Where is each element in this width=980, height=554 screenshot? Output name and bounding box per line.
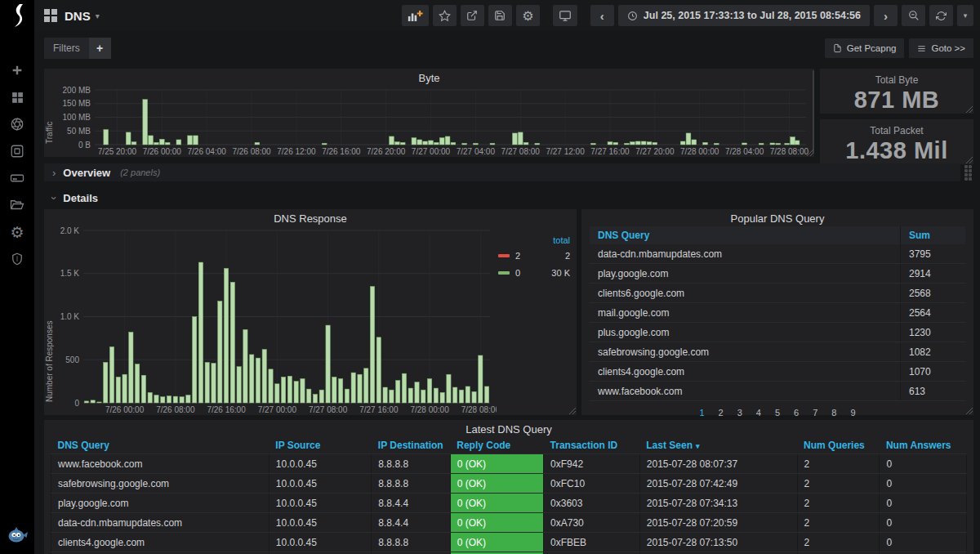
page-number[interactable]: 9 bbox=[850, 408, 855, 418]
tv-mode-button[interactable] bbox=[553, 5, 577, 26]
svg-text:7/26 08:00: 7/26 08:00 bbox=[156, 405, 195, 414]
popular-dns-title[interactable]: Popular DNS Query bbox=[581, 209, 973, 226]
zoom-out-button[interactable] bbox=[902, 5, 925, 26]
stat-title[interactable]: Total Packet bbox=[820, 119, 973, 136]
popular-column-header[interactable]: DNS Query bbox=[590, 226, 900, 244]
storage-icon[interactable] bbox=[9, 170, 25, 186]
shark-avatar-icon bbox=[7, 526, 28, 544]
page-number[interactable]: 2 bbox=[719, 408, 724, 418]
legend-total-header[interactable]: total bbox=[498, 235, 572, 245]
page-number[interactable]: 1 bbox=[699, 408, 704, 418]
page-number[interactable]: 5 bbox=[775, 408, 780, 418]
table-cell: 3795 bbox=[900, 244, 965, 263]
svg-text:7/26 12:00: 7/26 12:00 bbox=[277, 147, 316, 156]
table-row: mail.google.com2564 bbox=[590, 303, 965, 323]
security-icon[interactable] bbox=[9, 251, 25, 267]
panel-resize-handle[interactable] bbox=[966, 157, 973, 163]
filters-label[interactable]: Filters bbox=[44, 38, 89, 59]
table-cell: 2568 bbox=[900, 284, 965, 302]
latest-column-header[interactable]: Num Queries bbox=[797, 437, 880, 454]
app-logo[interactable] bbox=[0, 0, 34, 31]
dashboard-grid-icon[interactable] bbox=[44, 9, 57, 22]
legend-series-2[interactable]: 2 2 bbox=[498, 251, 572, 261]
page-number[interactable]: 4 bbox=[756, 408, 761, 418]
latest-column-header[interactable]: Num Answers bbox=[880, 437, 967, 454]
row-drag-handle[interactable] bbox=[964, 165, 972, 181]
table-row: safebrowsing.google.com10.0.0.458.8.8.80… bbox=[51, 474, 967, 494]
dashboards-icon[interactable] bbox=[9, 89, 25, 105]
row-overview[interactable]: › Overview (2 panels) bbox=[44, 163, 960, 181]
byte-panel-title[interactable]: Byte bbox=[44, 69, 814, 85]
add-icon[interactable] bbox=[9, 62, 25, 78]
panel-resize-handle[interactable] bbox=[569, 408, 576, 414]
page-number[interactable]: 3 bbox=[737, 408, 742, 418]
dashboard-caret-down-icon[interactable]: ▾ bbox=[96, 11, 100, 20]
latest-column-header[interactable]: Transaction ID bbox=[544, 437, 640, 454]
table-cell: 2 bbox=[797, 454, 880, 474]
folder-icon[interactable] bbox=[9, 197, 25, 213]
row-details[interactable]: › Details bbox=[44, 186, 973, 209]
svg-text:7/27 04:00: 7/27 04:00 bbox=[457, 147, 496, 156]
safe-icon[interactable] bbox=[9, 143, 25, 159]
popular-table-header: DNS QuerySum bbox=[590, 226, 965, 244]
magnifier-minus-icon bbox=[908, 10, 920, 21]
navbar-actions: ⚙ ‹ Jul 25, 2015 17:33:13 to Jul 28, 201… bbox=[398, 5, 973, 26]
dashboard-settings-button[interactable]: ⚙ bbox=[516, 5, 540, 26]
star-button[interactable] bbox=[433, 5, 457, 26]
settings-icon[interactable]: ⚙ bbox=[9, 224, 25, 240]
table-row: clients6.google.com2568 bbox=[590, 284, 965, 303]
page-number[interactable]: 8 bbox=[831, 408, 836, 418]
overview-panels-note: (2 panels) bbox=[120, 168, 160, 177]
dns-response-chart[interactable]: 7/26 00:007/26 08:007/26 16:007/27 00:00… bbox=[54, 226, 497, 415]
table-cell: 1082 bbox=[900, 342, 965, 361]
safe-icon bbox=[10, 144, 24, 159]
latest-column-header[interactable]: Reply Code bbox=[450, 437, 543, 454]
popular-column-header[interactable]: Sum bbox=[900, 226, 965, 244]
table-cell: 2015-07-28 07:13:50 bbox=[639, 533, 797, 552]
table-cell: 1070 bbox=[900, 362, 965, 381]
byte-y-axis-label: Traffic bbox=[45, 85, 54, 144]
folder-open-icon bbox=[10, 198, 24, 212]
table-cell: 0 bbox=[880, 454, 967, 474]
dashboard-title[interactable]: DNS bbox=[65, 9, 91, 23]
add-filter-button[interactable]: + bbox=[89, 38, 111, 59]
user-avatar[interactable] bbox=[7, 526, 28, 547]
time-back-button[interactable]: ‹ bbox=[590, 5, 614, 26]
time-forward-button[interactable]: › bbox=[874, 5, 898, 26]
panel-resize-handle[interactable] bbox=[966, 106, 973, 113]
add-panel-button[interactable] bbox=[402, 5, 429, 26]
latest-column-header[interactable]: IP Source bbox=[269, 437, 372, 454]
latest-dns-title[interactable]: Latest DNS Query bbox=[44, 420, 973, 436]
goto-button[interactable]: Goto >> bbox=[909, 38, 973, 58]
table-cell: 2914 bbox=[900, 264, 965, 283]
page-number[interactable]: 7 bbox=[813, 408, 817, 418]
latest-column-header[interactable]: DNS Query bbox=[51, 437, 270, 454]
page-number[interactable]: 6 bbox=[794, 408, 799, 418]
pagination: 123456789 bbox=[581, 401, 973, 418]
refresh-button[interactable] bbox=[929, 5, 953, 26]
svg-text:200 MB: 200 MB bbox=[63, 86, 91, 95]
table-cell: play.google.com bbox=[590, 264, 900, 283]
scrollbar-thumb[interactable] bbox=[813, 70, 814, 154]
aperture-icon[interactable] bbox=[9, 116, 25, 132]
table-cell: clients6.google.com bbox=[590, 284, 900, 302]
time-range-picker[interactable]: Jul 25, 2015 17:33:13 to Jul 28, 2015 08… bbox=[618, 5, 870, 26]
table-cell: 8.8.4.4 bbox=[372, 513, 450, 533]
file-icon bbox=[833, 43, 842, 53]
table-cell: 2015-07-28 07:42:49 bbox=[639, 474, 797, 494]
stats-column: Total Byte 871 MB Total Packet 1.438 Mil bbox=[820, 69, 973, 157]
latest-column-header[interactable]: IP Destination bbox=[372, 437, 450, 454]
stat-title[interactable]: Total Byte bbox=[820, 69, 973, 86]
legend-series-0[interactable]: 0 30 K bbox=[498, 268, 572, 278]
share-button[interactable] bbox=[461, 5, 484, 26]
panel-resize-handle[interactable] bbox=[966, 408, 973, 414]
svg-text:1.5 K: 1.5 K bbox=[60, 269, 80, 278]
refresh-interval-caret[interactable]: ▾ bbox=[957, 5, 973, 26]
byte-chart[interactable]: 7/25 20:007/26 00:007/26 04:007/26 08:00… bbox=[54, 85, 813, 157]
latest-column-header[interactable]: Last Seen▾ bbox=[639, 437, 797, 454]
table-cell: play.google.com bbox=[51, 494, 270, 513]
dns-response-title[interactable]: DNS Response bbox=[44, 209, 577, 226]
panel-resize-handle[interactable] bbox=[807, 150, 813, 156]
save-button[interactable] bbox=[488, 5, 512, 26]
get-pcapng-button[interactable]: Get Pcapng bbox=[825, 38, 905, 58]
